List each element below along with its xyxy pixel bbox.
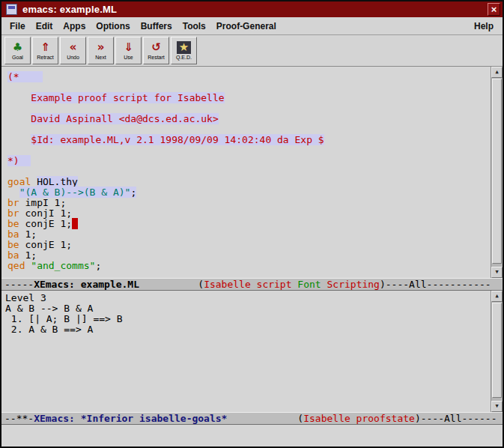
code-token xyxy=(7,113,31,124)
titlebar: emacs: example.ML × xyxy=(1,1,503,17)
code-token: ba xyxy=(7,249,19,261)
toolbar-button-label: Next xyxy=(95,54,106,61)
text-line xyxy=(7,166,491,177)
script-scrollbar-trough[interactable] xyxy=(491,78,503,267)
code-token: impI 1; xyxy=(19,197,67,208)
modeline-segment: ----- xyxy=(4,279,34,290)
code-token: (* xyxy=(7,71,43,82)
toolbar-button-restart[interactable]: ↺Restart xyxy=(143,37,169,64)
code-token: A & B --> B & A xyxy=(5,303,93,314)
script-modeline: -----XEmacs: example.ML (Isabelle script… xyxy=(1,278,503,291)
code-token: conjE 1; xyxy=(19,218,72,229)
toolbar-button-undo[interactable]: «Undo xyxy=(60,37,86,64)
scroll-down-icon[interactable]: ▼ xyxy=(491,401,503,412)
toolbar: ♣Goal⇑Retract«Undo»Next⇓Use↺Restart★Q.E.… xyxy=(1,35,503,67)
menu-item-help[interactable]: Help xyxy=(468,19,500,34)
text-line xyxy=(7,124,491,135)
code-token: ; xyxy=(95,260,101,271)
text-line: 1. [| A; B |] ==> B xyxy=(5,314,491,324)
script-buffer-text[interactable]: (* Example proof script for Isabelle Dav… xyxy=(1,67,491,278)
menu-item-apps[interactable]: Apps xyxy=(58,19,91,34)
goal-icon: ♣ xyxy=(13,41,22,54)
modeline-segment: XEmacs: example.ML xyxy=(34,279,139,290)
modeline-segment: )----All----------- xyxy=(380,279,491,290)
minibuffer[interactable] xyxy=(1,425,503,447)
text-line: Level 3 xyxy=(5,293,491,303)
toolbar-button-label: Retract xyxy=(37,54,54,61)
text-line xyxy=(7,103,491,114)
code-token: conjI 1; xyxy=(19,208,72,219)
toolbar-button-qed[interactable]: ★Q.E.D. xyxy=(171,37,197,64)
restart-icon: ↺ xyxy=(151,41,161,54)
scroll-down-icon[interactable]: ▼ xyxy=(491,267,503,278)
code-token: 1; xyxy=(19,249,37,261)
modeline-segment: ( xyxy=(227,413,303,424)
code-token: $Id: example.ML,v 2.1 1998/09/09 14:02:4… xyxy=(31,134,324,145)
menu-item-edit[interactable]: Edit xyxy=(31,19,58,34)
menubar: FileEditAppsOptionsBuffersToolsProof-Gen… xyxy=(1,17,503,35)
modeline-segment: XEmacs: *Inferior isabelle-goals* xyxy=(34,413,227,424)
script-scrollbar: ▲ ▼ xyxy=(491,67,503,278)
text-line: be conjE 1; xyxy=(7,219,491,229)
text-line xyxy=(7,82,491,93)
text-line: 2. A & B ==> A xyxy=(5,324,491,335)
toolbar-button-label: Q.E.D. xyxy=(176,54,192,61)
text-line: goal HOL.thy xyxy=(7,177,491,187)
goals-scrollbar: ▲ ▼ xyxy=(491,291,503,412)
text-line: Example proof script for Isabelle xyxy=(7,93,491,103)
menu-item-buffers[interactable]: Buffers xyxy=(136,19,177,34)
script-scrollbar-thumb[interactable] xyxy=(492,79,502,264)
goals-buffer-window: Level 3A & B --> B & A 1. [| A; B |] ==>… xyxy=(1,291,503,412)
code-token: "and_comms" xyxy=(31,260,95,271)
toolbar-button-label: Undo xyxy=(67,54,79,61)
code-token: qed xyxy=(7,260,25,271)
scroll-up-icon[interactable]: ▲ xyxy=(491,67,503,78)
code-token: goal xyxy=(7,176,31,187)
modeline-segment: Isabelle script xyxy=(204,279,291,290)
code-token: Level 3 xyxy=(5,292,46,303)
goals-scrollbar-trough[interactable] xyxy=(491,302,503,401)
menubar-items: FileEditAppsOptionsBuffersToolsProof-Gen… xyxy=(4,19,282,34)
code-token: HOL.thy xyxy=(37,176,78,187)
scroll-up-icon[interactable]: ▲ xyxy=(491,291,503,302)
toolbar-button-use[interactable]: ⇓Use xyxy=(115,37,142,64)
code-token xyxy=(7,134,31,145)
goals-buffer-text[interactable]: Level 3A & B --> B & A 1. [| A; B |] ==>… xyxy=(1,291,491,412)
use-icon: ⇓ xyxy=(124,41,133,54)
xemacs-window: emacs: example.ML × FileEditAppsOptionsB… xyxy=(0,0,504,448)
next-icon: » xyxy=(97,41,105,54)
text-line: (* xyxy=(7,72,491,82)
toolbar-button-next[interactable]: »Next xyxy=(88,37,114,64)
code-token: David Aspinall <da@dcs.ed.ac.uk> xyxy=(31,113,218,124)
text-line: *) xyxy=(7,156,491,166)
menu-item-options[interactable]: Options xyxy=(91,19,135,34)
modeline-segment: Isabelle proofstate xyxy=(303,413,415,424)
code-token: 1; xyxy=(19,228,37,240)
code-token: be xyxy=(7,218,19,229)
modeline-segment: ( xyxy=(139,279,204,290)
text-line: be conjE 1; xyxy=(7,240,491,250)
text-line: David Aspinall <da@dcs.ed.ac.uk> xyxy=(7,114,491,124)
menu-item-proof-general[interactable]: Proof-General xyxy=(211,19,282,34)
goals-scrollbar-thumb[interactable] xyxy=(492,303,502,398)
menu-item-file[interactable]: File xyxy=(4,19,31,34)
toolbar-button-label: Use xyxy=(124,54,133,61)
modeline-segment: --**- xyxy=(4,413,34,424)
close-icon[interactable]: × xyxy=(488,3,500,16)
code-token: 2. A & B ==> A xyxy=(5,324,93,335)
toolbar-button-goal[interactable]: ♣Goal xyxy=(4,37,31,64)
code-token: Example proof script for Isabelle xyxy=(31,92,224,103)
toolbar-button-retract[interactable]: ⇑Retract xyxy=(32,37,58,64)
goals-modeline: --**-XEmacs: *Inferior isabelle-goals* (… xyxy=(1,412,503,425)
code-token xyxy=(31,176,37,187)
text-line: "(A & B)-->(B & A)"; xyxy=(7,187,491,198)
code-token xyxy=(7,92,31,103)
text-line: br conjI 1; xyxy=(7,208,491,219)
undo-icon: « xyxy=(70,41,77,54)
menu-item-tools[interactable]: Tools xyxy=(177,19,211,34)
retract-icon: ⇑ xyxy=(40,41,50,54)
window-icon[interactable] xyxy=(6,4,17,15)
code-token: conjE 1; xyxy=(19,239,72,250)
code-token: br xyxy=(7,197,19,208)
modeline-segment: )----All------ xyxy=(415,413,497,424)
